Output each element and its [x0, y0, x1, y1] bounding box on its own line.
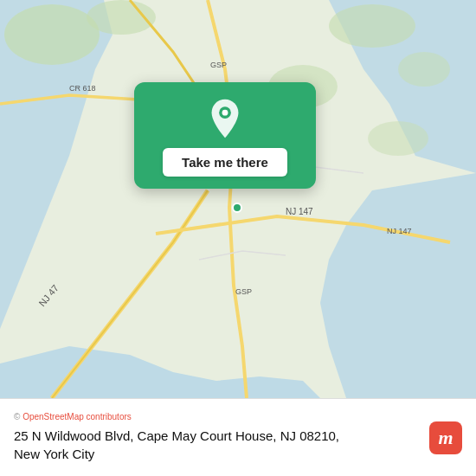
svg-text:NJ 147: NJ 147 — [286, 207, 313, 216]
svg-point-6 — [368, 121, 428, 156]
take-me-there-button[interactable]: Take me there — [163, 148, 287, 177]
svg-point-1 — [4, 4, 100, 65]
svg-text:GSP: GSP — [210, 61, 227, 69]
info-left: © OpenStreetMap contributors 25 N Wildwo… — [14, 412, 343, 463]
info-bar: © OpenStreetMap contributors 25 N Wildwo… — [0, 398, 476, 476]
openstreetmap-link[interactable]: OpenStreetMap contributors — [23, 412, 132, 421]
svg-point-16 — [222, 110, 228, 116]
map-view[interactable]: NJ 47 NJ 147 GSP GSP CR 618 NJ 147 GSP T… — [0, 0, 476, 398]
svg-text:NJ 147: NJ 147 — [387, 227, 412, 235]
svg-text:CR 618: CR 618 — [69, 84, 96, 93]
svg-text:GSP: GSP — [235, 287, 252, 296]
svg-point-14 — [233, 203, 241, 212]
svg-point-4 — [398, 52, 450, 87]
address-text: 25 N Wildwood Blvd, Cape May Court House… — [14, 427, 343, 463]
map-attribution: © OpenStreetMap contributors — [14, 412, 343, 421]
svg-point-3 — [329, 4, 415, 48]
moovit-logo-icon: m — [429, 421, 462, 454]
moovit-logo: m — [429, 421, 462, 454]
popup-card: Take me there — [134, 82, 316, 189]
location-pin-icon — [204, 98, 246, 139]
